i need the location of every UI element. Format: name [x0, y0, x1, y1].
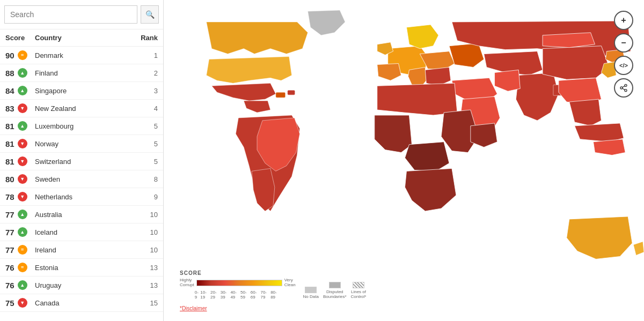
legend-gradient-section: Highly Corrupt Very Clean 0-910-1920-293…	[180, 278, 296, 300]
score-cell: 77 ▲	[5, 227, 35, 237]
country-name: Singapore	[35, 87, 128, 95]
score-cell: 78 ▼	[5, 192, 35, 201]
col-header-rank: Rank	[128, 34, 158, 42]
table-row[interactable]: 78 ▼ Netherlands 9	[0, 188, 163, 206]
zoom-out-button[interactable]: −	[614, 33, 633, 53]
rank-value: 5	[128, 158, 158, 166]
trend-icon: ▼	[18, 174, 27, 184]
trend-icon: =	[18, 263, 27, 272]
score-cell: 90 =	[5, 50, 35, 60]
rank-value: 3	[128, 87, 158, 95]
table-row[interactable]: 88 ▲ Finland 2	[0, 64, 163, 82]
color-bar	[196, 280, 282, 286]
map-container: + − </> SCORE Highly Corrupt Very Clean …	[164, 0, 644, 321]
trend-icon: ▼	[18, 298, 27, 308]
rank-value: 10	[128, 211, 158, 219]
legend-disputed: DisputedBoundaries*	[323, 282, 347, 300]
table-row[interactable]: 84 ▲ Singapore 3	[0, 82, 163, 100]
country-name: Iceland	[35, 228, 128, 236]
rank-value: 9	[128, 193, 158, 201]
rank-value: 5	[128, 122, 158, 130]
rank-value: 13	[128, 281, 158, 289]
score-value: 84	[5, 86, 14, 95]
score-value: 88	[5, 69, 14, 78]
table-row[interactable]: 75 ▼ Canada 15	[0, 294, 163, 312]
rank-value: 10	[128, 246, 158, 254]
rank-value: 13	[128, 264, 158, 272]
trend-icon: =	[18, 245, 27, 255]
embed-button[interactable]: </>	[614, 56, 633, 75]
table-row[interactable]: 83 ▼ New Zealand 4	[0, 100, 163, 117]
trend-icon: ▲	[18, 68, 27, 78]
country-name: Ireland	[35, 246, 128, 254]
score-cell: 88 ▲	[5, 68, 35, 78]
rank-value: 10	[128, 228, 158, 236]
score-value: 76	[5, 263, 14, 272]
table-row[interactable]: 76 ▲ Uruguay 13	[0, 277, 163, 294]
score-value: 80	[5, 175, 14, 184]
trend-icon: ▲	[18, 280, 27, 290]
svg-point-4	[625, 84, 627, 86]
table-row[interactable]: 77 ▲ Iceland 10	[0, 223, 163, 241]
trend-icon: ▲	[18, 86, 27, 95]
svg-line-8	[623, 86, 625, 87]
country-name: Uruguay	[35, 281, 128, 289]
search-button[interactable]: 🔍	[141, 5, 159, 24]
map-controls: + − </>	[614, 11, 633, 98]
score-value: 81	[5, 122, 14, 131]
trend-icon: ▲	[18, 121, 27, 131]
trend-icon: ▲	[18, 227, 27, 237]
table-header: Score Country Rank	[0, 29, 163, 47]
zoom-in-button[interactable]: +	[614, 11, 633, 30]
country-name: Australia	[35, 211, 128, 219]
legend-title: SCORE	[180, 270, 366, 276]
table-row[interactable]: 77 = Ireland 10	[0, 241, 163, 259]
table-row[interactable]: 90 = Denmark 1	[0, 47, 163, 64]
score-value: 75	[5, 298, 14, 308]
score-value: 90	[5, 51, 14, 60]
table-row[interactable]: 81 ▼ Norway 5	[0, 135, 163, 153]
trend-icon: ▼	[18, 139, 27, 148]
score-cell: 81 ▼	[5, 156, 35, 166]
score-cell: 77 =	[5, 245, 35, 255]
table-row[interactable]: 76 = Estonia 13	[0, 259, 163, 277]
trend-icon: ▲	[18, 210, 27, 219]
score-value: 81	[5, 157, 14, 166]
score-cell: 84 ▲	[5, 86, 35, 95]
svg-line-7	[623, 88, 625, 90]
score-cell: 80 ▼	[5, 174, 35, 184]
country-name: New Zealand	[35, 104, 128, 113]
table-row[interactable]: 77 ▲ Australia 10	[0, 206, 163, 223]
rank-value: 15	[128, 299, 158, 307]
rank-value: 5	[128, 140, 158, 148]
svg-point-6	[625, 89, 627, 92]
score-cell: 76 =	[5, 263, 35, 272]
country-name: Switzerland	[35, 158, 128, 166]
table-row[interactable]: 81 ▲ Luxembourg 5	[0, 117, 163, 135]
score-value: 77	[5, 245, 14, 255]
score-cell: 81 ▼	[5, 139, 35, 148]
table-row[interactable]: 80 ▼ Sweden 8	[0, 170, 163, 188]
sidebar: 🔍 Score Country Rank 90 = Denmark 1 88 ▲…	[0, 0, 164, 321]
score-cell: 76 ▲	[5, 280, 35, 290]
share-button[interactable]	[614, 78, 633, 98]
legend-extra: No Data DisputedBoundaries* Lines ofCont…	[303, 282, 367, 300]
score-value: 83	[5, 104, 14, 113]
score-value: 77	[5, 228, 14, 237]
table-row[interactable]: 81 ▼ Switzerland 5	[0, 153, 163, 170]
rank-value: 8	[128, 175, 158, 183]
country-name: Luxembourg	[35, 122, 128, 130]
country-name: Sweden	[35, 175, 128, 183]
score-cell: 81 ▲	[5, 121, 35, 131]
rank-value: 2	[128, 69, 158, 77]
score-cell: 83 ▼	[5, 103, 35, 113]
search-container: 🔍	[0, 0, 163, 29]
disclaimer-link[interactable]: *Disclaimer	[180, 305, 207, 311]
score-cell: 77 ▲	[5, 210, 35, 219]
table-body[interactable]: 90 = Denmark 1 88 ▲ Finland 2 84 ▲ Singa…	[0, 47, 163, 321]
svg-rect-2	[288, 90, 295, 95]
trend-icon: =	[18, 50, 27, 60]
disclaimer[interactable]: *Disclaimer	[180, 305, 207, 311]
country-name: Denmark	[35, 51, 128, 59]
search-input[interactable]	[4, 5, 137, 24]
